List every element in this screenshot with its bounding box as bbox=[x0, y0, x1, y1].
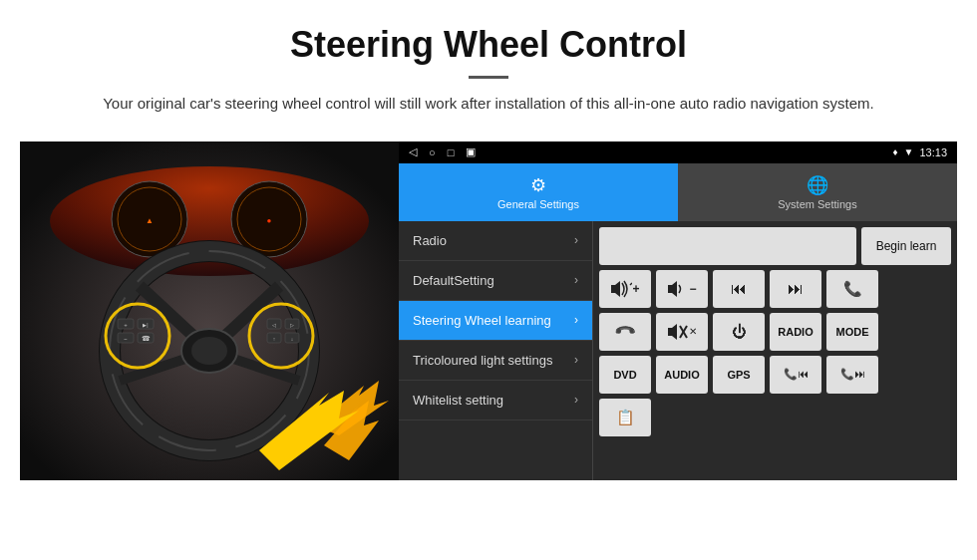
menu-item-default-label: DefaultSetting bbox=[413, 273, 574, 288]
begin-learn-button[interactable]: Begin learn bbox=[861, 227, 951, 265]
prev-track-icon: ⏮ bbox=[731, 280, 747, 298]
radio-button[interactable]: RADIO bbox=[770, 313, 821, 351]
control-panel: Begin learn + bbox=[593, 221, 957, 480]
back-icon[interactable]: ◁ bbox=[409, 145, 417, 158]
menu-item-radio[interactable]: Radio › bbox=[399, 221, 592, 261]
settings-tabs: ⚙ General Settings 🌐 System Settings bbox=[399, 163, 957, 221]
plus-label: + bbox=[632, 282, 639, 296]
control-row-5: 📋 bbox=[599, 399, 951, 436]
volume-down-icon bbox=[667, 280, 689, 298]
status-bar: ◁ ○ □ ▣ ♦ ▼ 13:13 bbox=[399, 141, 957, 163]
svg-marker-38 bbox=[611, 281, 620, 297]
audio-button[interactable]: AUDIO bbox=[656, 356, 708, 394]
page-title: Steering Wheel Control bbox=[40, 24, 937, 66]
call-next-button[interactable]: 📞⏭ bbox=[826, 356, 878, 394]
apps-icon[interactable]: ▣ bbox=[466, 145, 476, 158]
android-ui: ◁ ○ □ ▣ ♦ ▼ 13:13 ⚙ General Settings bbox=[399, 141, 957, 480]
hangup-button[interactable]: 📞 bbox=[599, 313, 651, 351]
page-wrapper: Steering Wheel Control Your original car… bbox=[0, 0, 977, 480]
tab-general-settings[interactable]: ⚙ General Settings bbox=[399, 163, 678, 221]
menu-item-default-setting[interactable]: DefaultSetting › bbox=[399, 261, 592, 301]
svg-text:▲: ▲ bbox=[146, 216, 154, 225]
next-track-icon: ⏭ bbox=[788, 280, 804, 298]
svg-text:−: − bbox=[124, 336, 128, 342]
menu-item-steering-wheel[interactable]: Steering Wheel learning › bbox=[399, 301, 592, 341]
list-icon: 📋 bbox=[616, 409, 635, 426]
title-divider bbox=[469, 76, 508, 79]
call-button[interactable]: 📞 bbox=[826, 270, 878, 308]
svg-text:▶|: ▶| bbox=[143, 322, 148, 328]
recents-icon[interactable]: □ bbox=[448, 146, 455, 158]
control-row-4: DVD AUDIO GPS 📞⏮ 📞⏭ bbox=[599, 356, 951, 394]
steering-wheel-svg: ▲ ● bbox=[20, 141, 399, 480]
globe-icon: 🌐 bbox=[807, 174, 828, 196]
menu-item-tricoloured-label: Tricoloured light settings bbox=[413, 353, 574, 368]
svg-text:●: ● bbox=[267, 216, 272, 225]
menu-item-tricoloured[interactable]: Tricoloured light settings › bbox=[399, 341, 592, 381]
svg-text:+: + bbox=[124, 322, 128, 328]
volume-up-button[interactable]: + bbox=[599, 270, 651, 308]
menu-item-steering-label: Steering Wheel learning bbox=[413, 313, 574, 328]
chevron-right-icon: › bbox=[574, 393, 578, 407]
svg-text:▷: ▷ bbox=[290, 322, 294, 328]
status-bar-nav: ◁ ○ □ ▣ bbox=[409, 145, 476, 158]
home-icon[interactable]: ○ bbox=[429, 146, 436, 158]
menu-item-radio-label: Radio bbox=[413, 233, 574, 248]
chevron-right-icon: › bbox=[574, 233, 578, 247]
mode-button[interactable]: MODE bbox=[826, 313, 878, 351]
chevron-right-icon: › bbox=[574, 273, 578, 287]
minus-label: − bbox=[689, 282, 696, 296]
page-subtitle: Your original car's steering wheel contr… bbox=[80, 93, 897, 116]
control-row-3: 📞 ✕ ⏻ RADIO bbox=[599, 313, 951, 351]
gps-button[interactable]: GPS bbox=[713, 356, 765, 394]
menu-item-whitelist[interactable]: Whitelist setting › bbox=[399, 381, 592, 420]
dvd-button[interactable]: DVD bbox=[599, 356, 651, 394]
signal-icon: ▼ bbox=[904, 146, 914, 157]
call-prev-icon: 📞⏮ bbox=[784, 368, 809, 381]
list-button[interactable]: 📋 bbox=[599, 399, 651, 436]
car-image-area: ▲ ● bbox=[20, 141, 399, 480]
svg-text:↑: ↑ bbox=[273, 336, 276, 342]
prev-track-button[interactable]: ⏮ bbox=[713, 270, 765, 308]
chevron-right-icon: › bbox=[574, 313, 578, 327]
page-header: Steering Wheel Control Your original car… bbox=[0, 0, 977, 128]
time-display: 13:13 bbox=[919, 146, 947, 158]
x-label: ✕ bbox=[689, 326, 697, 337]
chevron-right-icon: › bbox=[574, 353, 578, 367]
call-prev-button[interactable]: 📞⏮ bbox=[770, 356, 821, 394]
call-next-icon: 📞⏭ bbox=[840, 368, 865, 381]
svg-text:☎: ☎ bbox=[142, 335, 151, 342]
svg-marker-40 bbox=[668, 281, 677, 297]
power-icon: ⏻ bbox=[732, 323, 747, 340]
control-row-1: Begin learn bbox=[599, 227, 951, 265]
phone-icon: 📞 bbox=[843, 280, 862, 298]
status-bar-info: ♦ ▼ 13:13 bbox=[892, 146, 947, 158]
svg-text:↓: ↓ bbox=[291, 336, 294, 342]
mute-button[interactable]: ✕ bbox=[656, 313, 708, 351]
tab-system-settings[interactable]: 🌐 System Settings bbox=[678, 163, 957, 221]
menu-panel: Radio › DefaultSetting › Steering Wheel … bbox=[399, 221, 593, 480]
location-icon: ♦ bbox=[892, 146, 897, 157]
svg-point-16 bbox=[191, 337, 227, 365]
svg-text:◁: ◁ bbox=[272, 322, 276, 328]
tab-general-label: General Settings bbox=[497, 198, 579, 210]
volume-up-icon bbox=[610, 280, 632, 298]
gear-icon: ⚙ bbox=[530, 174, 546, 196]
svg-marker-41 bbox=[668, 324, 677, 340]
next-track-button[interactable]: ⏭ bbox=[770, 270, 821, 308]
mute-icon bbox=[667, 323, 689, 341]
control-row-2: + − ⏮ ⏭ bbox=[599, 270, 951, 308]
volume-down-button[interactable]: − bbox=[656, 270, 708, 308]
tab-system-label: System Settings bbox=[778, 198, 856, 210]
blank-display bbox=[599, 227, 856, 265]
power-button[interactable]: ⏻ bbox=[713, 313, 765, 351]
hangup-icon: 📞 bbox=[613, 320, 636, 343]
content-area: ▲ ● bbox=[20, 141, 957, 480]
menu-item-whitelist-label: Whitelist setting bbox=[413, 393, 574, 408]
main-split: Radio › DefaultSetting › Steering Wheel … bbox=[399, 221, 957, 480]
